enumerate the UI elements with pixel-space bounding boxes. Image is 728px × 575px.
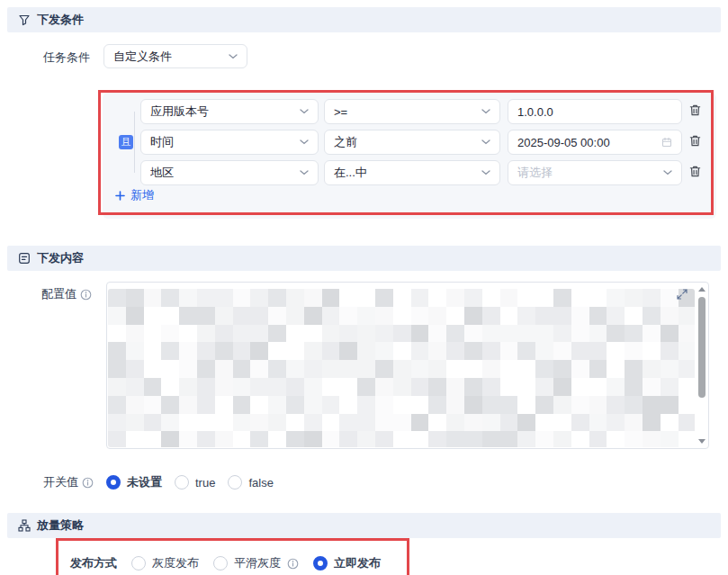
add-condition-label: 新增 (130, 187, 154, 203)
info-icon[interactable] (80, 289, 92, 301)
expand-icon (676, 288, 688, 301)
expand-editor-button[interactable] (676, 288, 688, 303)
delete-row-button[interactable] (688, 165, 702, 181)
condition-operator-select[interactable]: 之前 (324, 130, 500, 155)
condition-value-input[interactable]: 1.0.0.0 (508, 99, 682, 124)
radio-option-smooth-gray[interactable]: 平滑灰度 (213, 555, 299, 571)
switch-value-row: 开关值 未设置 true false (43, 474, 274, 490)
condition-field-value: 应用版本号 (150, 103, 300, 120)
condition-date-value: 2025-09-05 00:00 (517, 136, 661, 149)
chevron-down-icon (229, 54, 238, 59)
trash-icon (688, 134, 702, 148)
radio-button[interactable] (313, 556, 328, 571)
document-icon (18, 252, 31, 265)
chevron-down-icon (481, 170, 490, 175)
condition-operator-value: 之前 (334, 134, 481, 150)
plus-icon (115, 191, 125, 201)
radio-button[interactable] (131, 556, 146, 571)
trash-icon (688, 165, 702, 178)
radio-label: 未设置 (127, 474, 162, 490)
section-title-content: 下发内容 (37, 250, 84, 266)
radio-button[interactable] (175, 475, 189, 490)
condition-connector-badge: 且 (119, 135, 133, 149)
condition-field-select[interactable]: 时间 (140, 130, 319, 155)
config-publish-form: { "colors": { "accent_blue": "#2456e0", … (0, 0, 728, 575)
condition-operator-value: 在...中 (334, 165, 481, 181)
section-title-strategy: 放量策略 (37, 517, 84, 534)
condition-operator-select[interactable]: 在...中 (324, 160, 500, 185)
delete-row-button[interactable] (688, 134, 702, 150)
add-condition-button[interactable]: 新增 (115, 187, 154, 203)
chevron-down-icon (300, 139, 309, 145)
info-icon[interactable] (287, 558, 299, 570)
chevron-down-icon (481, 139, 490, 145)
condition-value-select[interactable]: 请选择 (508, 160, 682, 185)
chevron-down-icon (481, 109, 490, 114)
radio-button[interactable] (106, 475, 121, 490)
condition-operator-select[interactable]: >= (324, 99, 500, 124)
publish-method-row: 发布方式 灰度发布 平滑灰度 立即发布 (70, 555, 381, 571)
switch-value-label: 开关值 (43, 474, 78, 490)
switch-value-label-row: 开关值 (43, 474, 94, 490)
condition-value-text: 1.0.0.0 (517, 105, 672, 119)
condition-value-placeholder: 请选择 (517, 165, 663, 181)
condition-field-select[interactable]: 地区 (140, 160, 319, 185)
radio-label: 立即发布 (334, 555, 381, 571)
condition-field-value: 时间 (150, 134, 300, 150)
task-condition-label: 任务条件 (43, 49, 90, 66)
task-condition-value: 自定义条件 (113, 49, 229, 65)
radio-button[interactable] (213, 556, 228, 571)
radio-option-notset[interactable]: 未设置 (106, 474, 162, 490)
chevron-down-icon (663, 170, 672, 175)
filter-funnel-icon (18, 13, 31, 26)
config-value-label-row: 配置值 (41, 286, 92, 302)
radio-option-false[interactable]: false (228, 475, 273, 490)
trash-icon (688, 103, 702, 117)
condition-operator-value: >= (334, 105, 481, 119)
radio-label: true (195, 476, 215, 490)
scrollbar-up-arrow[interactable] (698, 287, 706, 292)
radio-label: 灰度发布 (152, 555, 199, 571)
info-icon[interactable] (82, 477, 94, 489)
config-value-label: 配置值 (41, 286, 76, 302)
delete-row-button[interactable] (688, 103, 702, 120)
radio-button[interactable] (228, 475, 242, 490)
condition-date-input[interactable]: 2025-09-05 00:00 (508, 130, 682, 155)
radio-option-true[interactable]: true (175, 475, 215, 490)
publish-method-label: 发布方式 (70, 555, 117, 571)
section-title-conditions: 下发条件 (37, 12, 84, 28)
chevron-down-icon (300, 109, 309, 114)
radio-label: false (248, 476, 273, 490)
calendar-icon (661, 137, 672, 148)
task-condition-select[interactable]: 自定义条件 (103, 44, 247, 68)
radio-option-gray-release[interactable]: 灰度发布 (131, 555, 199, 571)
redacted-mosaic (108, 289, 695, 447)
section-header-strategy: 放量策略 (7, 513, 721, 538)
scrollbar-down-arrow[interactable] (698, 439, 706, 444)
chevron-down-icon (300, 170, 309, 175)
config-value-textarea[interactable] (106, 282, 709, 449)
radio-option-immediate-release[interactable]: 立即发布 (313, 555, 381, 571)
radio-label: 平滑灰度 (234, 555, 281, 571)
section-header-conditions: 下发条件 (7, 7, 721, 32)
scrollbar-thumb[interactable] (698, 297, 706, 398)
condition-connector-line (134, 112, 135, 173)
condition-field-value: 地区 (150, 165, 300, 181)
section-header-content: 下发内容 (7, 246, 721, 271)
condition-field-select[interactable]: 应用版本号 (140, 99, 319, 124)
sitemap-icon (18, 519, 31, 532)
